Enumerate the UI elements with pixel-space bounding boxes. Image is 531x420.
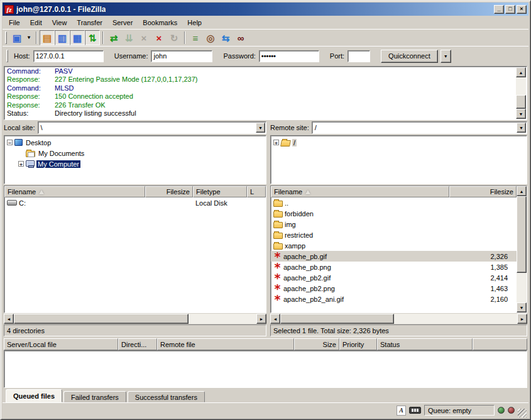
scroll-track[interactable] [14, 314, 256, 324]
scroll-track[interactable] [280, 314, 517, 324]
refresh-button[interactable]: ⇄ [106, 30, 121, 45]
expander-plus-icon[interactable]: + [273, 140, 279, 145]
password-input[interactable] [259, 50, 319, 62]
toggle-local-tree-button[interactable]: ▥ [55, 30, 70, 45]
tab-failed-transfers[interactable]: Failed transfers [63, 391, 126, 402]
scroll-up-button[interactable]: ▲ [517, 186, 527, 196]
close-button[interactable]: × [517, 5, 527, 14]
list-item[interactable]: img [271, 219, 517, 229]
tab-successful-transfers[interactable]: Successful transfers [128, 391, 205, 402]
remote-list-scrollbar[interactable]: ▲ ▼ [517, 186, 527, 312]
synchronized-browsing-button[interactable]: ⇆ [218, 30, 233, 45]
filesize-cell [449, 229, 517, 240]
expander-minus-icon[interactable]: − [7, 140, 13, 145]
scroll-track[interactable] [517, 196, 527, 302]
expander-plus-icon[interactable]: + [18, 161, 24, 167]
scroll-thumb[interactable] [516, 95, 526, 109]
scroll-left-button[interactable]: ◄ [4, 314, 14, 324]
quickconnect-button[interactable]: Quickconnect [381, 50, 438, 63]
find-files-button[interactable]: ∞ [233, 30, 248, 45]
toolbar: ▣▾▤▥▦⇅⇄⇊××↻≡◎⇆∞ [3, 29, 528, 46]
list-item[interactable]: apache_pb.png1,385 [271, 262, 517, 272]
directory-comparison-button[interactable]: ◎ [203, 30, 218, 45]
column-header-filesize[interactable]: Filesize [145, 186, 193, 197]
remote-site-row: Remote site: / ▼ [270, 121, 527, 135]
directory-filters-button[interactable]: ≡ [188, 30, 203, 45]
toggle-remote-tree-button[interactable]: ▦ [70, 30, 85, 45]
filename-text: apache_pb2.gif [283, 274, 331, 282]
local-site-dropdown-button[interactable]: ▼ [256, 123, 265, 133]
tree-item-my-computer[interactable]: +My Computer [4, 158, 266, 169]
host-input[interactable] [33, 50, 104, 62]
list-item[interactable]: forbidden [271, 208, 517, 219]
column-header-filename[interactable]: Filename [4, 186, 145, 197]
scroll-left-button[interactable]: ◄ [270, 314, 280, 324]
local-horizontal-scrollbar[interactable]: ◄ ► [4, 314, 266, 324]
data-type-indicator-icon[interactable]: A [397, 406, 406, 416]
tree-item-desktop[interactable]: −Desktop [4, 137, 266, 148]
site-manager-button[interactable]: ▣ [9, 30, 25, 45]
list-item[interactable]: apache_pb2.gif2,414 [271, 272, 517, 283]
local-site-combo[interactable]: \ ▼ [38, 121, 266, 134]
column-header-directi[interactable]: Directi... [118, 338, 157, 350]
menu-item-view[interactable]: View [47, 17, 72, 28]
toggle-message-log-button[interactable]: ▤ [40, 30, 55, 45]
speed-limit-indicator-icon[interactable] [409, 407, 421, 414]
queue-list[interactable] [4, 350, 527, 388]
column-header-server-local-file[interactable]: Server/Local file [4, 338, 118, 350]
scroll-right-button[interactable]: ► [256, 314, 266, 324]
list-item[interactable]: C:Local Disk [4, 197, 266, 208]
menu-item-help[interactable]: Help [182, 17, 207, 28]
column-header-filename[interactable]: Filename [271, 186, 449, 197]
column-header-filetype[interactable]: Filetype [193, 186, 247, 197]
tab-queued-files[interactable]: Queued files [6, 389, 62, 402]
local-list-body[interactable]: C:Local Disk [4, 197, 266, 312]
menu-item-file[interactable]: File [4, 17, 25, 28]
list-item[interactable]: xampp [271, 240, 517, 251]
port-input[interactable] [348, 50, 370, 62]
toolbar-grip[interactable] [5, 31, 7, 44]
column-header-filesize[interactable]: Filesize [449, 186, 517, 197]
username-input[interactable] [151, 50, 212, 62]
tree-item-item[interactable]: +/ [271, 137, 527, 148]
scroll-down-button[interactable]: ▼ [517, 302, 527, 312]
list-item[interactable]: apache_pb2.png1,463 [271, 283, 517, 294]
remote-list-body[interactable]: ..forbiddenimgrestrictedxamppapache_pb.g… [271, 197, 517, 312]
list-item[interactable]: restricted [271, 229, 517, 240]
scroll-track[interactable] [516, 77, 526, 109]
toggle-transfer-queue-button[interactable]: ⇅ [85, 30, 100, 45]
maximize-button[interactable]: □ [505, 5, 515, 14]
site-manager-dropdown-button[interactable]: ▾ [25, 30, 33, 45]
menu-item-server[interactable]: Server [107, 17, 138, 28]
menu-item-transfer[interactable]: Transfer [72, 17, 107, 28]
quickconnect-dropdown-button[interactable]: ▼ [441, 50, 451, 63]
reconnect-button: ↻ [167, 30, 182, 45]
menu-item-bookmarks[interactable]: Bookmarks [138, 17, 182, 28]
disconnect-button[interactable]: × [151, 30, 167, 45]
remote-site-combo[interactable]: / ▼ [312, 121, 527, 134]
tree-item-my-documents[interactable]: My Documents [4, 148, 266, 158]
scroll-right-button[interactable]: ► [517, 314, 527, 324]
column-header-status[interactable]: Status [377, 338, 473, 350]
remote-site-label: Remote site: [270, 124, 309, 131]
quickconnect-grip[interactable] [6, 50, 8, 62]
scroll-up-button[interactable]: ▲ [516, 67, 526, 77]
column-header-label: L [250, 188, 254, 196]
column-header-l[interactable]: L [247, 186, 266, 197]
column-header-priority[interactable]: Priority [339, 338, 377, 350]
column-header-size[interactable]: Size [294, 338, 339, 350]
log-scrollbar[interactable]: ▲ ▼ [516, 67, 526, 119]
scroll-thumb[interactable] [14, 314, 189, 324]
remote-site-dropdown-button[interactable]: ▼ [517, 123, 526, 133]
scroll-down-button[interactable]: ▼ [516, 109, 526, 119]
resize-grip[interactable] [518, 409, 527, 417]
list-item[interactable]: apache_pb.gif2,326 [271, 251, 517, 262]
list-item[interactable]: apache_pb2_ani.gif2,160 [271, 294, 517, 304]
remote-horizontal-scrollbar[interactable]: ◄ ► [270, 314, 527, 324]
list-item[interactable]: .. [271, 197, 517, 208]
minimize-button[interactable]: _ [494, 5, 504, 14]
column-header-remote-file[interactable]: Remote file [157, 338, 294, 350]
menu-item-edit[interactable]: Edit [25, 17, 47, 28]
scroll-thumb[interactable] [280, 314, 394, 324]
scroll-thumb[interactable] [517, 196, 527, 273]
